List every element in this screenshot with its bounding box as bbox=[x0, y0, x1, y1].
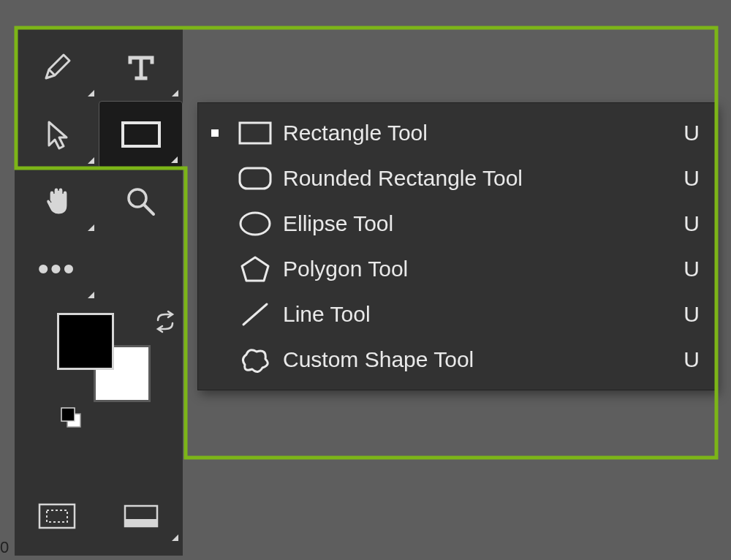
svg-marker-12 bbox=[242, 257, 268, 281]
pen-tool[interactable] bbox=[15, 34, 99, 101]
quick-mask-toggle[interactable] bbox=[15, 487, 99, 545]
foreground-color-swatch[interactable] bbox=[57, 313, 114, 370]
flyout-label: Rounded Rectangle Tool bbox=[274, 166, 675, 191]
svg-rect-4 bbox=[61, 408, 75, 421]
svg-rect-0 bbox=[123, 123, 159, 146]
type-tool[interactable] bbox=[99, 34, 183, 101]
flyout-item-polygon[interactable]: Polygon Tool U bbox=[198, 246, 716, 292]
flyout-label: Line Tool bbox=[274, 302, 675, 327]
svg-rect-5 bbox=[39, 504, 75, 528]
custom-shape-icon bbox=[238, 344, 273, 375]
hand-icon bbox=[39, 183, 75, 220]
page-number: 0 bbox=[0, 538, 9, 557]
screen-mode[interactable] bbox=[99, 487, 183, 545]
shortcut-key: U bbox=[675, 302, 700, 327]
zoom-tool[interactable] bbox=[99, 168, 183, 235]
flyout-item-ellipse[interactable]: Ellipse Tool U bbox=[198, 201, 716, 246]
line-icon bbox=[238, 300, 273, 329]
svg-point-11 bbox=[240, 213, 270, 235]
svg-line-2 bbox=[144, 205, 154, 214]
shortcut-key: U bbox=[675, 166, 700, 191]
hand-tool[interactable] bbox=[15, 168, 99, 235]
screen-mode-icon bbox=[122, 502, 160, 531]
svg-rect-10 bbox=[240, 168, 270, 189]
color-swatches bbox=[15, 303, 183, 434]
rectangle-icon bbox=[238, 119, 273, 147]
active-marker-icon bbox=[211, 129, 219, 137]
shape-tool-flyout: Rectangle Tool U Rounded Rectangle Tool … bbox=[197, 102, 716, 390]
pen-icon bbox=[39, 49, 75, 86]
type-icon bbox=[123, 49, 159, 86]
svg-rect-6 bbox=[47, 510, 67, 522]
svg-rect-9 bbox=[240, 123, 270, 143]
edit-toolbar[interactable]: ••• bbox=[15, 235, 99, 303]
arrow-cursor-icon bbox=[39, 116, 75, 153]
ellipse-icon bbox=[238, 210, 273, 238]
flyout-label: Custom Shape Tool bbox=[274, 347, 675, 372]
flyout-label: Polygon Tool bbox=[274, 257, 675, 281]
flyout-item-custom-shape[interactable]: Custom Shape Tool U bbox=[198, 337, 716, 382]
rectangle-icon bbox=[120, 118, 162, 151]
swap-colors-icon[interactable] bbox=[154, 310, 178, 335]
shortcut-key: U bbox=[675, 257, 700, 281]
rectangle-shape-tool[interactable] bbox=[99, 101, 183, 168]
svg-rect-8 bbox=[125, 519, 157, 526]
ellipsis-icon: ••• bbox=[37, 261, 75, 277]
flyout-item-line[interactable]: Line Tool U bbox=[198, 292, 716, 337]
flyout-label: Rectangle Tool bbox=[274, 121, 675, 145]
flyout-item-rectangle[interactable]: Rectangle Tool U bbox=[198, 110, 716, 156]
empty-slot bbox=[99, 235, 183, 303]
path-selection-tool[interactable] bbox=[15, 101, 99, 168]
shortcut-key: U bbox=[675, 211, 700, 236]
default-colors-icon[interactable] bbox=[60, 405, 85, 430]
magnifier-icon bbox=[123, 183, 159, 220]
shortcut-key: U bbox=[675, 347, 700, 372]
shortcut-key: U bbox=[675, 121, 700, 145]
polygon-icon bbox=[238, 254, 273, 284]
quick-mask-icon bbox=[38, 502, 76, 531]
flyout-item-rounded-rectangle[interactable]: Rounded Rectangle Tool U bbox=[198, 156, 716, 201]
svg-line-13 bbox=[243, 304, 267, 325]
rounded-rectangle-icon bbox=[238, 164, 273, 192]
flyout-label: Ellipse Tool bbox=[274, 211, 675, 236]
tools-panel: ••• bbox=[15, 26, 183, 556]
